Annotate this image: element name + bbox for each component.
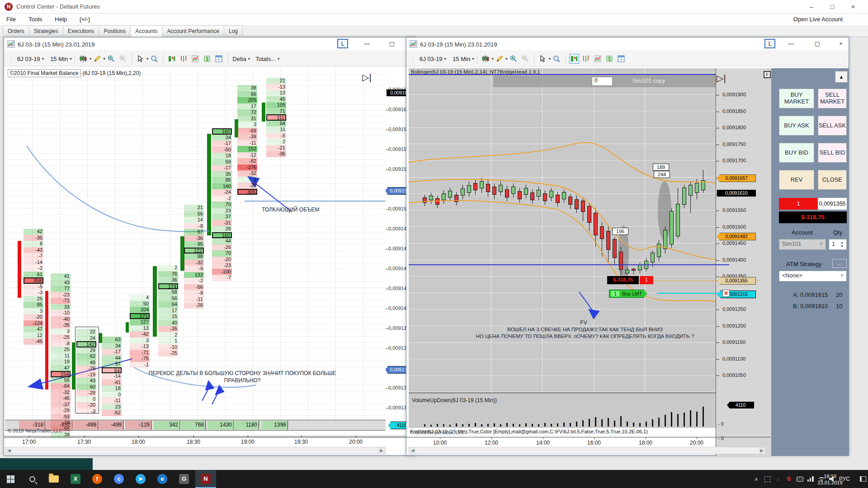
- candles-icon[interactable]: [481, 54, 491, 64]
- tab-log[interactable]: Log: [224, 25, 243, 37]
- instrument-selector[interactable]: 6J 03-19: [15, 54, 42, 64]
- cc-maximize-button[interactable]: □: [822, 0, 843, 14]
- file-explorer-icon[interactable]: [43, 470, 64, 488]
- sell-bid-button[interactable]: SELL BID: [818, 143, 847, 163]
- tab-orders[interactable]: Orders: [3, 25, 29, 37]
- interval-selector[interactable]: 15 Min: [451, 54, 472, 64]
- interval-selector[interactable]: 15 Min: [48, 54, 70, 64]
- cursor-icon[interactable]: [538, 54, 548, 64]
- zoom-in-icon[interactable]: [106, 54, 116, 64]
- tab-account-performance[interactable]: Account Performance: [162, 25, 224, 37]
- candles-icon[interactable]: [79, 54, 89, 64]
- scroll-right-icon[interactable]: ▶: [758, 447, 765, 454]
- buy-bid-button[interactable]: BUY BID: [779, 143, 814, 163]
- menu-help[interactable]: Help: [48, 14, 73, 25]
- cc-close-button[interactable]: ×: [843, 0, 863, 14]
- magnify-icon[interactable]: [552, 54, 561, 64]
- close-button[interactable]: CLOSE: [818, 170, 847, 190]
- scroll-right-icon[interactable]: ▶: [378, 447, 385, 454]
- right-window-titlebar[interactable]: 6J 03-19 (15 Min) 23.01.2019 L — ▢ ×: [406, 38, 849, 51]
- buy-market-button[interactable]: BUY MARKET: [779, 89, 814, 108]
- menu-tools[interactable]: Tools: [22, 14, 48, 25]
- bar-playback-marker[interactable]: ▷|: [362, 72, 372, 83]
- binance-icon[interactable]: B: [784, 470, 794, 488]
- zoom-out-icon[interactable]: [520, 54, 530, 64]
- pencil-icon[interactable]: [495, 54, 505, 64]
- right-window-maximize-button[interactable]: ▢: [808, 38, 827, 50]
- left-window-link-button[interactable]: L: [337, 39, 348, 48]
- buy-limit-order-pill[interactable]: 1Buy LMT: [609, 290, 647, 298]
- right-window-minimize-button[interactable]: —: [782, 38, 801, 50]
- panel-collapse-button[interactable]: ▲: [835, 71, 848, 83]
- line-chart-icon[interactable]: [190, 54, 200, 64]
- delta-mode-selector[interactable]: Delta: [231, 54, 248, 64]
- line-chart-icon[interactable]: [593, 54, 603, 64]
- left-window-maximize-button[interactable]: ▢: [382, 38, 401, 50]
- chevron-down-icon: ▾: [492, 56, 494, 61]
- right-price-axis[interactable]: 0,00919000,00918500,00918000,00917500,00…: [716, 68, 771, 456]
- chart-trader-icon[interactable]: [167, 54, 177, 64]
- left-window-titlebar[interactable]: 6J 03-19 (15 Min) 23.01.2019 L — ▢: [4, 38, 415, 51]
- firefox-icon[interactable]: f: [87, 470, 108, 488]
- right-window-close-button[interactable]: ×: [831, 38, 850, 50]
- horizontal-line-0091400[interactable]: [409, 264, 729, 265]
- telegram-icon[interactable]: ➤: [130, 470, 151, 488]
- scroll-left-icon[interactable]: ◀: [5, 447, 13, 454]
- atm-more-button[interactable]: ...: [832, 259, 847, 268]
- search-icon[interactable]: [22, 470, 42, 488]
- edge-icon[interactable]: e: [152, 470, 173, 488]
- tray-app-icon[interactable]: [762, 470, 772, 488]
- tab-positions[interactable]: Positions: [99, 25, 131, 37]
- buy-ask-button[interactable]: BUY ASK: [779, 116, 814, 136]
- taskbar: Xfc➤eGN ∧↓BРУС 19:1023.01.2019: [0, 470, 868, 488]
- tray-expand-icon[interactable]: ∧: [751, 470, 761, 488]
- qty-stepper[interactable]: 1▲▼: [829, 239, 847, 250]
- ohlc-icon[interactable]: [581, 54, 591, 64]
- right-window-link-button[interactable]: L: [764, 39, 775, 48]
- sell-ask-button[interactable]: SELL ASK: [818, 116, 847, 136]
- keyboard-icon[interactable]: [795, 470, 805, 488]
- strategy-param-input[interactable]: 0: [592, 77, 613, 86]
- ohlc-icon[interactable]: [179, 54, 189, 64]
- pencil-icon[interactable]: [92, 54, 102, 64]
- chrome-icon[interactable]: c: [108, 470, 129, 488]
- menu-[interactable]: [+/-]: [73, 14, 96, 25]
- rev-button[interactable]: REV: [779, 170, 814, 190]
- instrument-selector[interactable]: 6J 03-19: [418, 54, 444, 64]
- download-icon[interactable]: ↓: [773, 470, 783, 488]
- scroll-left-icon[interactable]: ◀: [409, 447, 416, 454]
- notification-center-icon[interactable]: [858, 470, 868, 488]
- bid-size: 10: [836, 303, 842, 310]
- excel-icon[interactable]: X: [65, 470, 86, 488]
- magnify-icon[interactable]: [149, 54, 159, 64]
- cc-minimize-button[interactable]: –: [801, 0, 822, 14]
- dollar-icon[interactable]: $: [202, 54, 212, 64]
- account-select[interactable]: Sim101∨: [779, 239, 826, 250]
- ninjatrader-icon[interactable]: N: [195, 470, 216, 488]
- dollar-icon[interactable]: $: [604, 54, 614, 64]
- chart-trader-icon[interactable]: [569, 54, 579, 64]
- open-live-account-link[interactable]: Open Live Account: [793, 16, 843, 23]
- focus-button[interactable]: F: [764, 71, 771, 78]
- zoom-out-icon[interactable]: [118, 54, 128, 64]
- left-window-minimize-button[interactable]: —: [358, 38, 377, 50]
- cancel-order-icon[interactable]: ✕: [722, 290, 730, 297]
- tab-strategies[interactable]: Strategies: [29, 25, 63, 37]
- footprint-plot-area[interactable]: [5, 68, 386, 420]
- bar-playback-marker[interactable]: ▷|: [717, 73, 726, 84]
- left-horizontal-scrollbar[interactable]: ◀ ▶: [5, 447, 386, 454]
- cursor-icon[interactable]: [136, 54, 146, 64]
- grid-icon[interactable]: [214, 54, 224, 64]
- zoom-in-icon[interactable]: [509, 54, 519, 64]
- tab-executions[interactable]: Executions: [63, 25, 99, 37]
- totals-selector[interactable]: Totals...: [254, 54, 278, 64]
- menu-file[interactable]: File: [0, 14, 22, 25]
- sell-market-button[interactable]: SELL MARKET: [818, 89, 847, 108]
- grid-icon[interactable]: [616, 54, 626, 64]
- gimp-icon[interactable]: G: [174, 470, 194, 488]
- start-button[interactable]: [0, 470, 21, 488]
- right-horizontal-scrollbar[interactable]: ◀ ▶: [409, 447, 766, 454]
- tab-accounts[interactable]: Accounts: [130, 25, 162, 37]
- atm-strategy-select[interactable]: <None>∨: [779, 271, 847, 282]
- buy-limit-line[interactable]: [657, 293, 722, 294]
